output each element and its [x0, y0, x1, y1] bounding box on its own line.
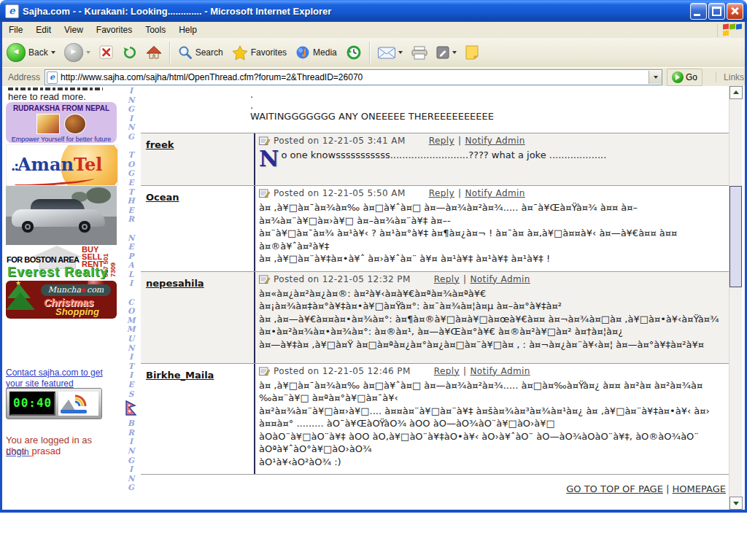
username-link[interactable]: freek	[146, 139, 174, 150]
menu-item-edit[interactable]: Edit	[29, 23, 58, 37]
pipe: |	[463, 274, 466, 284]
ad-phonecard[interactable]: 00:40	[6, 388, 102, 419]
post-note-icon	[259, 136, 270, 146]
dropcap-image: N	[259, 149, 279, 169]
post-author-cell: nepesahila	[141, 272, 254, 363]
dot-icon	[82, 288, 86, 292]
post-author-cell: freek	[141, 133, 254, 185]
post-row: nepesahila Posted on 12-21-05 12:32 PM R…	[141, 272, 729, 363]
amantel-prefix: .:	[11, 158, 18, 174]
reply-link[interactable]: Reply	[429, 136, 454, 146]
scroll-down-button[interactable]	[729, 497, 743, 510]
muncha-banner: Munchacom	[41, 284, 111, 296]
homepage-link[interactable]: HOMEPAGE	[673, 483, 726, 494]
pipe: |	[463, 366, 466, 376]
mail-button[interactable]	[374, 40, 407, 65]
address-dropdown[interactable]	[649, 71, 662, 84]
history-button[interactable]	[341, 40, 366, 65]
username-link[interactable]: nepesahila	[146, 278, 204, 289]
menu-item-file[interactable]: File	[2, 23, 29, 37]
ad-car-photo[interactable]	[6, 186, 117, 245]
address-field[interactable]: e http://www.sajha.com/sajha/html/OpenTh…	[44, 69, 662, 85]
username-link[interactable]: Ocean	[146, 192, 179, 203]
amantel-logo: .:AmanTel	[11, 154, 102, 175]
edit-button[interactable]	[432, 40, 461, 65]
reply-link[interactable]: Reply	[434, 274, 460, 284]
car-wheel	[79, 221, 90, 233]
close-button[interactable]	[727, 3, 743, 20]
maximize-button[interactable]	[708, 3, 725, 20]
reply-link[interactable]: Reply	[434, 366, 460, 376]
notify-admin-link[interactable]: Notify Admin	[470, 274, 530, 284]
notify-admin-link[interactable]: Notify Admin	[465, 188, 525, 198]
stop-button[interactable]	[95, 40, 118, 65]
pipe: |	[458, 188, 461, 198]
star-icon	[232, 45, 248, 60]
everest-realty-logo: Everest Realty	[7, 265, 108, 279]
login-link[interactable]: Login	[6, 446, 29, 457]
read-more-link[interactable]: here to read more.	[8, 91, 86, 102]
search-button[interactable]: Search	[174, 40, 228, 65]
menu-bar: File Edit View Favorites Tools Help	[2, 22, 745, 39]
shopping-text: Shopping	[55, 306, 99, 317]
muncha-tld: com	[87, 285, 104, 295]
page-icon: e	[47, 71, 58, 84]
menu-item-tools[interactable]: Tools	[139, 23, 172, 37]
search-icon	[178, 45, 193, 60]
menu-item-view[interactable]: View	[58, 23, 90, 37]
back-label: Back	[28, 47, 48, 58]
intro-line: .	[250, 89, 729, 100]
mail-caret-icon	[398, 51, 403, 54]
post-note-icon	[259, 188, 270, 198]
print-button[interactable]	[407, 40, 432, 65]
go-icon	[672, 71, 684, 83]
post-content-cell: Posted on 12-21-05 3:41 AM Reply | Notif…	[254, 133, 729, 185]
media-button[interactable]: Media	[291, 40, 341, 65]
back-button[interactable]: Back	[2, 40, 60, 65]
links-label[interactable]: Links	[716, 72, 744, 82]
go-button[interactable]: Go	[667, 69, 703, 86]
post-note-icon	[259, 274, 270, 284]
windows-flag-pane	[729, 23, 735, 29]
menu-item-help[interactable]: Help	[172, 23, 204, 37]
post-body-line: àO¹à¥‹àO²àO¾ :)	[259, 456, 726, 469]
toolbar-separator	[169, 42, 171, 63]
post-body-line: o one knowsssssssssss...................…	[281, 149, 606, 160]
scroll-thumb[interactable]	[729, 186, 742, 287]
go-top-link[interactable]: GO TO TOP OF PAGE	[566, 483, 663, 494]
post-content-cell: Posted on 12-21-05 12:46 PM Reply | Noti…	[254, 364, 729, 475]
home-button[interactable]	[142, 40, 166, 65]
clipped-text-line	[8, 88, 103, 90]
media-icon	[295, 45, 310, 60]
post-content-cell: Posted on 12-21-05 12:32 PM Reply | Noti…	[254, 272, 729, 363]
post-body-line: à¤²à¤¾à¤¨à¥□à¤›à¥□.... à¤¤à¤¨à¥□à¤¨à¥‡ à…	[259, 405, 726, 418]
thread-posts: . . WAITINGGGGGGG ANY ONEEEEE THEREEEEEE…	[141, 86, 729, 510]
ad-everest-realty[interactable]: FOR BOSTON AREA BUY SELL RENT 617 501 73…	[6, 245, 117, 279]
intro-line: .	[250, 100, 729, 111]
post-body-line: à¤ ‚à¥□à¤¯à¤¾à¤‰ à¤□à¥ˆà¤□ à¤—à¤¾à¤²à¤¾.…	[259, 201, 726, 227]
menu-item-favorites[interactable]: Favorites	[90, 23, 139, 37]
minimize-button[interactable]	[690, 3, 707, 20]
toolbar-separator	[369, 42, 371, 63]
messenger-button[interactable]	[461, 40, 483, 65]
notify-admin-link[interactable]: Notify Admin	[465, 136, 525, 146]
username-link[interactable]: Birkhe_Maila	[146, 370, 214, 381]
contact-link[interactable]: Contact sajha.com to get your site featu…	[6, 368, 119, 389]
refresh-button[interactable]	[118, 40, 142, 65]
post-row: Ocean Posted on 12-21-05 5:50 AM Reply |…	[141, 186, 729, 271]
ad-rudraksha[interactable]: RUDRAKSHA FROM NEPAL Empower Yourself fo…	[6, 102, 117, 143]
intro-line: WAITINGGGGGGG ANY ONEEEEE THEREEEEEEEEEE	[250, 111, 729, 122]
ad-amantel[interactable]: .:AmanTel	[6, 144, 118, 186]
ad-muncha-christmas[interactable]: ★ Munchacom Christmas Shopping	[6, 281, 117, 319]
amantel-suffix: Tel	[74, 154, 103, 175]
favorites-button[interactable]: Favorites	[228, 40, 291, 65]
scrollbar[interactable]	[729, 86, 742, 510]
post-row: Birkhe_Maila Posted on 12-21-05 12:46 PM…	[141, 364, 729, 475]
notify-admin-link[interactable]: Notify Admin	[470, 366, 530, 376]
forward-button[interactable]	[60, 40, 95, 65]
window-border-left	[0, 22, 2, 513]
reply-link[interactable]: Reply	[429, 188, 454, 198]
post-body-line: à¤¤à¤° ......... àO¯à¥ŒàOŸàO¾ àOO àO—àO¾…	[259, 417, 726, 430]
post-body-line: à¤ ‚à¤—à¥€à¤¤à¤•à¤¾à¤°: à¤¶à¤®à¥□à¤à¥□à¤…	[259, 313, 726, 326]
scroll-up-button[interactable]	[729, 86, 743, 99]
